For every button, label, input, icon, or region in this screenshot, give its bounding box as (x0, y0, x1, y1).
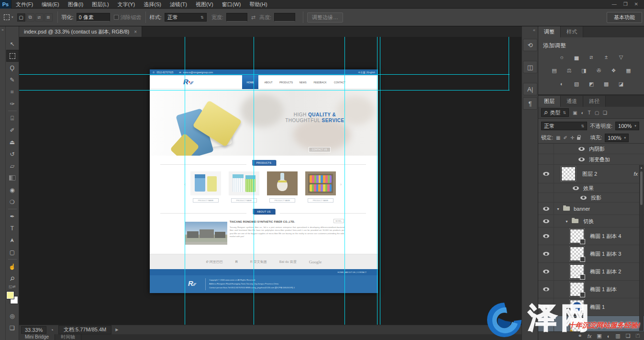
healing-brush-tool[interactable]: ⌺ (6, 112, 19, 124)
layer-mask-icon[interactable]: ▣ (597, 333, 601, 339)
default-swatches-icon[interactable]: ◱⇄ (9, 284, 15, 289)
horizontal-guide[interactable] (19, 90, 510, 91)
curves-icon[interactable]: ⧄ (586, 53, 597, 61)
hue-saturation-icon[interactable]: ▤ (549, 67, 560, 74)
menu-layer[interactable]: 图层(L) (88, 0, 113, 9)
lasso-tool[interactable]: Ϙ (6, 62, 19, 74)
hand-tool[interactable]: ☝ (6, 261, 19, 272)
brightness-contrast-icon[interactable]: ☼ (556, 53, 567, 61)
levels-icon[interactable]: ▅ (571, 53, 582, 61)
layer-row[interactable]: 椭圆 1 副本 3 (538, 245, 644, 263)
tab-timeline[interactable]: 时间轴 (55, 334, 81, 340)
layer-effect-row[interactable]: 内阴影 (538, 144, 644, 154)
vertical-guide[interactable] (380, 37, 380, 325)
horizontal-guide[interactable] (19, 74, 510, 75)
zoom-level-field[interactable]: 33.33% (21, 326, 46, 334)
group-expand-caret-icon[interactable]: ▼ (565, 219, 568, 223)
new-layer-icon[interactable]: ❏ (626, 333, 631, 339)
properties-panel-button[interactable]: ◫ (523, 61, 537, 73)
group-name[interactable]: 切换 (583, 217, 594, 225)
adjustment-layer-icon[interactable]: ◐ (607, 333, 611, 339)
visibility-eye-icon[interactable] (543, 252, 549, 256)
lock-pixels-icon[interactable]: ✐ (564, 135, 567, 140)
menu-view[interactable]: 视图(V) (191, 0, 218, 9)
vertical-guide[interactable] (377, 37, 378, 325)
effect-name[interactable]: 内阴影 (589, 145, 605, 152)
marquee-tool[interactable] (6, 50, 19, 62)
visibility-eye-icon[interactable] (543, 305, 549, 309)
scroll-up-arrow-icon[interactable]: ▲ (640, 166, 643, 169)
link-layers-icon[interactable]: ⚭ (578, 333, 582, 339)
fill-field[interactable]: 100% ▾ (605, 134, 629, 142)
pen-tool[interactable]: ✒ (6, 210, 19, 222)
blend-mode-dropdown[interactable]: 正常 ⇅ (541, 122, 587, 130)
layer-name[interactable]: 椭圆 1 副本 (590, 286, 617, 293)
layer-effect-row[interactable]: 渐变叠加 (538, 154, 644, 165)
path-selection-tool[interactable]: ➤ (6, 234, 19, 246)
visibility-eye-icon[interactable] (543, 323, 549, 327)
height-input[interactable] (274, 13, 295, 22)
menu-filter[interactable]: 滤镜(T) (166, 0, 191, 9)
intersect-selection-button[interactable]: ⧈ (44, 13, 53, 22)
eyedropper-tool[interactable]: ✑ (6, 98, 19, 110)
restore-button[interactable]: ❐ (623, 1, 628, 7)
black-white-icon[interactable]: ◨ (579, 67, 589, 74)
history-brush-tool[interactable]: ↺ (6, 148, 19, 160)
exposure-icon[interactable]: ± (601, 53, 611, 61)
vibrance-icon[interactable]: ▽ (616, 53, 626, 61)
layer-thumbnail[interactable] (570, 264, 584, 279)
layer-group-row[interactable]: ▼ banner (538, 203, 644, 215)
visibility-eye-icon[interactable] (573, 186, 579, 190)
screen-mode-button[interactable]: ❏ (6, 322, 19, 334)
layer-style-icon[interactable]: fx (588, 333, 592, 339)
layers-scrollbar[interactable]: ▲ (639, 165, 644, 331)
tab-close-icon[interactable]: × (134, 29, 137, 34)
visibility-eye-icon[interactable] (543, 270, 549, 273)
color-balance-icon[interactable]: ⚖ (564, 67, 575, 74)
group-name[interactable]: banner (574, 206, 590, 212)
new-group-icon[interactable]: ▥ (615, 333, 620, 339)
shape-tool[interactable]: ▢ (6, 246, 19, 258)
color-lookup-icon[interactable]: ▦ (623, 67, 634, 74)
menu-type[interactable]: 文字(Y) (113, 0, 140, 9)
group-expand-caret-icon[interactable]: ▼ (556, 207, 560, 210)
layer-thumbnail[interactable] (570, 229, 584, 243)
vertical-guide[interactable] (254, 37, 254, 325)
character-panel-button[interactable]: A| (523, 83, 537, 95)
tool-preset-picker[interactable]: ▾ (0, 14, 17, 20)
layer-name[interactable]: 椭圆 1 (590, 304, 605, 311)
document-tab[interactable]: index.psd @ 33.3% (contact us 副本, RGB/8)… (19, 26, 142, 37)
layer-thumbnail[interactable]: T (570, 317, 584, 331)
menu-select[interactable]: 选择(S) (139, 0, 166, 9)
document-size-info[interactable]: 文档:5.77M/85.4M (58, 325, 111, 334)
paragraph-panel-button[interactable]: ¶ (523, 97, 537, 110)
scrollbar-thumb[interactable] (640, 171, 643, 205)
visibility-eye-icon[interactable] (543, 287, 549, 291)
layer-name[interactable]: 椭圆 1 副本 2 (590, 268, 621, 275)
effect-name[interactable]: 投影 (591, 194, 601, 201)
layer-row[interactable]: 椭圆 1 副本 (538, 281, 644, 298)
style-dropdown[interactable]: 正常 ⇅ (165, 13, 207, 22)
new-selection-button[interactable]: ▢ (17, 13, 25, 22)
quick-mask-button[interactable]: ◎ (6, 310, 19, 322)
gradient-tool[interactable] (6, 172, 19, 184)
layer-row[interactable]: 椭圆 1 副本 2 (538, 263, 644, 281)
status-arrow-icon[interactable]: ▶ (115, 328, 118, 332)
move-tool[interactable]: ↖ (6, 38, 19, 50)
visibility-eye-icon[interactable] (543, 172, 549, 176)
selective-color-icon[interactable]: ◪ (616, 80, 626, 88)
menu-image[interactable]: 图像(I) (64, 0, 88, 9)
visibility-eye-icon[interactable] (543, 234, 549, 238)
workspace-switcher-button[interactable]: 基本功能 (607, 12, 642, 23)
fx-badge[interactable]: fx (633, 171, 638, 177)
channel-mixer-icon[interactable]: ❖ (609, 67, 619, 74)
eraser-tool[interactable]: ▱ (6, 160, 19, 172)
layer-thumbnail[interactable] (561, 167, 576, 181)
layer-row[interactable]: 椭圆 1 (538, 298, 644, 316)
lock-transparency-icon[interactable]: ▦ (556, 135, 560, 140)
layer-effect-row[interactable]: 投影 (538, 193, 644, 203)
crop-tool[interactable]: ⌗ (6, 86, 19, 98)
foreground-color-swatch[interactable] (7, 292, 14, 299)
layer-row[interactable]: 椭圆 1 副本 4 (538, 227, 644, 245)
collapse-panels-icon[interactable]: « (533, 28, 535, 33)
